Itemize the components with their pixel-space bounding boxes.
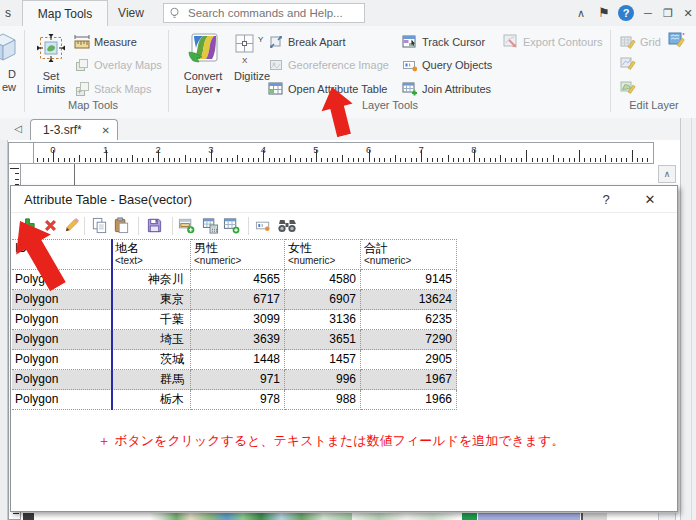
- copy-button[interactable]: [91, 217, 109, 235]
- dialog-help-button[interactable]: ?: [597, 191, 615, 209]
- convert-layer-button[interactable]: Convert Layer ▾: [176, 30, 230, 112]
- previous-tab-button[interactable]: ◁: [10, 121, 26, 137]
- table-cell[interactable]: 13624: [361, 290, 457, 310]
- save-button[interactable]: [146, 217, 164, 235]
- ruler-tick: [574, 158, 575, 162]
- column-header[interactable]: 地名<text>: [112, 239, 191, 270]
- map-fragment: [352, 513, 460, 520]
- table-cell[interactable]: 千葉: [112, 310, 191, 330]
- dialog-titlebar[interactable]: Attribute Table - Base(vector) ? ✕: [11, 186, 677, 213]
- ruler-tick: [537, 158, 538, 162]
- ribbon-tab-map-tools[interactable]: Map Tools: [22, 0, 108, 27]
- convert-layer-icon: [187, 32, 219, 64]
- edit-button[interactable]: [63, 217, 81, 235]
- table-cell[interactable]: 埼玉: [112, 330, 191, 350]
- table-cell[interactable]: 4565: [191, 270, 285, 290]
- measure-button[interactable]: Measure: [74, 33, 137, 50]
- column-header[interactable]: 男性<numeric>: [191, 239, 285, 270]
- group-label-edit-layer: Edit Layer: [612, 99, 696, 111]
- field-calculator-icon: [202, 217, 219, 234]
- select-by-text-button[interactable]: [255, 217, 273, 235]
- table-cell[interactable]: Polygon: [12, 330, 112, 350]
- ribbon-tab-partial[interactable]: s: [0, 0, 16, 26]
- table-cell[interactable]: 茨城: [112, 350, 191, 370]
- partial-button-label[interactable]: D ew: [0, 68, 16, 94]
- scroll-up-button[interactable]: ∧: [658, 165, 676, 183]
- table-cell[interactable]: 3136: [285, 310, 361, 330]
- table-cell[interactable]: 6235: [361, 310, 457, 330]
- document-tab[interactable]: 1-3.srf* ✕: [30, 119, 118, 140]
- table-cell[interactable]: 1457: [285, 350, 361, 370]
- dialog-close-button[interactable]: ✕: [641, 191, 659, 209]
- table-row[interactable]: Polygon栃木9789881966: [12, 390, 457, 410]
- command-search-input[interactable]: [186, 6, 360, 20]
- table-cell[interactable]: Polygon: [12, 310, 112, 330]
- vertical-scrollbar[interactable]: [658, 513, 676, 520]
- minimize-button[interactable]: ─: [639, 0, 657, 26]
- table-cell[interactable]: 神奈川: [112, 270, 191, 290]
- close-button[interactable]: ✕: [679, 0, 696, 26]
- grid-editor-icon: [668, 31, 686, 49]
- help-button[interactable]: ?: [618, 5, 634, 21]
- table-cell[interactable]: 7290: [361, 330, 457, 350]
- dialog-title: Attribute Table - Base(vector): [24, 186, 192, 213]
- table-cell[interactable]: 6717: [191, 290, 285, 310]
- document-tab-close-icon[interactable]: ✕: [102, 120, 110, 141]
- table-cell[interactable]: 1967: [361, 370, 457, 390]
- table-cell[interactable]: Polygon: [12, 370, 112, 390]
- table-cell[interactable]: 2905: [361, 350, 457, 370]
- ruler-tick: [227, 158, 228, 162]
- field-calculator-button[interactable]: [202, 217, 220, 235]
- table-row[interactable]: Polygon群馬9719961967: [12, 370, 457, 390]
- table-row[interactable]: Polygon茨城144814572905: [12, 350, 457, 370]
- table-row[interactable]: Polygon神奈川456545809145: [12, 270, 457, 290]
- collapse-ribbon-button[interactable]: ∧: [572, 0, 590, 26]
- find-button[interactable]: [277, 217, 299, 235]
- query-objects-button[interactable]: Query Objects: [402, 56, 492, 73]
- table-cell[interactable]: 6907: [285, 290, 361, 310]
- ruler-tick: [95, 158, 96, 162]
- table-cell[interactable]: 3651: [285, 330, 361, 350]
- table-cell[interactable]: Polygon: [12, 390, 112, 410]
- column-header[interactable]: 女性<numeric>: [285, 239, 361, 270]
- table-cell[interactable]: 3639: [191, 330, 285, 350]
- application-window: s Map Tools View ∧ ⚑ ? ─ ❐ ✕ D ew: [0, 0, 696, 520]
- ruler-tick: [64, 158, 65, 162]
- ribbon-tab-view[interactable]: View: [108, 0, 154, 26]
- table-cell[interactable]: 978: [191, 390, 285, 410]
- command-search[interactable]: [163, 3, 365, 23]
- break-apart-button[interactable]: Break Apart: [268, 33, 345, 50]
- table-cell[interactable]: 4580: [285, 270, 361, 290]
- track-cursor-button[interactable]: Track Cursor: [402, 33, 485, 50]
- table-cell[interactable]: 1448: [191, 350, 285, 370]
- ruler-number: 3: [201, 144, 221, 155]
- table-row[interactable]: Polygon埼玉363936517290: [12, 330, 457, 350]
- restore-button[interactable]: ❐: [659, 0, 677, 26]
- table-cell[interactable]: 988: [285, 390, 361, 410]
- paste-button[interactable]: [113, 217, 131, 235]
- table-cell[interactable]: 栃木: [112, 390, 191, 410]
- ruler-tick: [327, 158, 328, 162]
- table-cell[interactable]: 996: [285, 370, 361, 390]
- table-cell[interactable]: 東京: [112, 290, 191, 310]
- table-cell[interactable]: Polygon: [12, 350, 112, 370]
- ruler-tick: [321, 158, 322, 162]
- ruler-tick: [463, 158, 464, 162]
- table-cell[interactable]: 3099: [191, 310, 285, 330]
- table-cell[interactable]: 971: [191, 370, 285, 390]
- table-cell[interactable]: 1966: [361, 390, 457, 410]
- table-row[interactable]: Polygon千葉309931366235: [12, 310, 457, 330]
- add-record-button[interactable]: [223, 217, 241, 235]
- table-cell[interactable]: Polygon: [12, 290, 112, 310]
- ruler-tick: [547, 158, 548, 162]
- flag-icon[interactable]: ⚑: [595, 0, 613, 26]
- table-row[interactable]: Polygon東京6717690713624: [12, 290, 457, 310]
- new-field-button[interactable]: [178, 217, 196, 235]
- table-cell[interactable]: 群馬: [112, 370, 191, 390]
- ruler-tick: [479, 158, 480, 162]
- join-attributes-button[interactable]: Join Attributes: [402, 80, 491, 97]
- column-header[interactable]: 合計<numeric>: [361, 239, 457, 270]
- ruler-tick: [458, 158, 459, 162]
- grid-editor-button[interactable]: [668, 31, 686, 53]
- table-cell[interactable]: 9145: [361, 270, 457, 290]
